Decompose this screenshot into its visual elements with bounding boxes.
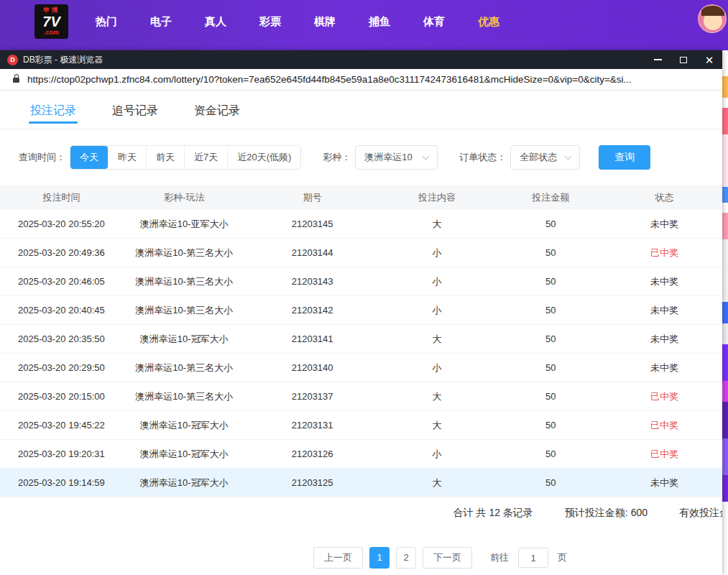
table-cell: 2025-03-20 20:49:36 [0,247,123,258]
logo-text-sub: .com [44,29,59,36]
lottery-select[interactable]: 澳洲幸运10 [355,145,438,170]
order-status-select[interactable]: 全部状态 [510,145,580,170]
table-cell: 小 [379,304,495,317]
tab-item[interactable]: 追号记录 [112,104,158,129]
window-title: DB彩票 - 极速浏览器 [23,54,103,66]
table-cell: 21203143 [246,276,379,287]
table-cell: 2025-03-20 19:45:22 [0,420,123,431]
maximize-button[interactable] [671,50,696,69]
goto-page-input[interactable] [518,548,548,568]
chevron-down-icon [423,153,430,160]
table-cell: 大 [379,390,495,403]
table-cell: 澳洲幸运10-第三名大小 [123,247,246,259]
table-cell: 澳洲幸运10-第三名大小 [123,362,246,374]
table-cell: 未中奖 [607,362,722,374]
table-cell: 50 [494,477,607,488]
close-button[interactable]: ✕ [696,50,722,69]
summary-total: 合计 共 12 条记录 [453,507,533,520]
site-logo[interactable]: 申博 7V .com [34,4,68,39]
nav-item[interactable]: 彩票 [259,15,281,29]
lottery-filter-label: 彩种： [323,151,351,164]
table-cell: 小 [379,247,495,259]
table-cell: 21203131 [246,420,379,431]
topbar-nav: 热门电子真人彩票棋牌捕鱼体育优惠 [96,15,499,29]
table-cell: 21203126 [246,448,379,459]
table-cell: 小 [379,448,495,461]
table-header-row: 投注时间彩种-玩法期号投注内容投注金额状态 [0,185,722,210]
maximize-icon [680,57,687,63]
prev-page-button[interactable]: 上一页 [313,547,363,569]
status-filter-label: 订单状态： [459,151,506,164]
nav-item[interactable]: 热门 [96,15,117,29]
table-header-cell: 彩种-玩法 [123,191,246,204]
url-text[interactable]: https://ctop02pchwp1.zfnc84.com/lottery/… [27,74,632,85]
table-cell: 澳洲幸运10-第三名大小 [123,390,246,403]
table-cell: 大 [379,419,495,432]
table-cell: 50 [494,448,607,459]
table-header-cell: 投注内容 [379,191,495,204]
bet-record-table: 投注时间彩种-玩法期号投注内容投注金额状态 2025-03-20 20:55:2… [0,185,722,497]
table-cell: 大 [379,333,495,346]
table-cell: 未中奖 [607,304,722,317]
table-row[interactable]: 2025-03-20 20:46:05澳洲幸运10-第三名大小21203143小… [0,267,722,296]
logo-text-top: 申博 [44,7,60,14]
table-cell: 2025-03-20 20:29:50 [0,362,123,373]
window-controls: ✕ [645,50,722,69]
chevron-down-icon [565,153,572,160]
lock-icon [13,78,19,83]
nav-item[interactable]: 棋牌 [314,15,336,29]
record-tabs: 投注记录追号记录资金记录 [0,91,722,129]
table-row[interactable]: 2025-03-20 20:35:50澳洲幸运10-冠军大小21203141大5… [0,325,722,354]
tab-item[interactable]: 资金记录 [194,104,240,129]
time-option[interactable]: 今天 [70,146,108,169]
search-button[interactable]: 查询 [599,145,650,170]
nav-item[interactable]: 真人 [205,15,226,29]
table-row[interactable]: 2025-03-20 20:49:36澳洲幸运10-第三名大小21203144小… [0,239,722,267]
table-cell: 21203145 [246,218,379,229]
table-row[interactable]: 2025-03-20 20:15:00澳洲幸运10-第三名大小21203137大… [0,382,722,411]
page-button[interactable]: 1 [369,547,390,569]
table-cell: 2025-03-20 20:55:20 [0,218,123,229]
user-avatar[interactable] [698,4,727,33]
summary-row: 合计 共 12 条记录 预计投注金额: 600 有效投注金 [0,507,722,520]
table-cell: 50 [494,218,607,229]
table-cell: 小 [379,275,495,288]
nav-item[interactable]: 体育 [423,15,445,29]
table-row[interactable]: 2025-03-20 19:20:31澳洲幸运10-冠军大小21203126小5… [0,440,722,469]
filter-bar: 查询时间： 今天昨天前天近7天近20天(低频) 彩种： 澳洲幸运10 订单状态：… [19,145,722,170]
table-row[interactable]: 2025-03-20 20:55:20澳洲幸运10-亚军大小21203145大5… [0,210,722,239]
table-cell: 21203140 [246,362,379,373]
time-option[interactable]: 近7天 [184,146,227,169]
table-body: 2025-03-20 20:55:20澳洲幸运10-亚军大小21203145大5… [0,210,722,497]
table-cell: 未中奖 [607,218,722,231]
time-option[interactable]: 近20天(低频) [227,146,300,169]
table-row[interactable]: 2025-03-20 20:40:45澳洲幸运10-第三名大小21203142小… [0,296,722,325]
next-page-button[interactable]: 下一页 [423,547,472,569]
nav-item[interactable]: 电子 [150,15,172,29]
table-cell: 21203125 [246,477,379,488]
page-number-group: 12 [369,547,416,569]
background-page-strip [722,50,728,575]
table-row[interactable]: 2025-03-20 19:14:59澳洲幸运10-冠军大小21203125大5… [0,469,722,497]
table-cell: 50 [494,305,607,316]
avatar-hair [701,6,724,16]
table-row[interactable]: 2025-03-20 20:29:50澳洲幸运10-第三名大小21203140小… [0,354,722,382]
table-cell: 2025-03-20 19:14:59 [0,477,123,488]
table-cell: 50 [494,276,607,287]
table-cell: 21203141 [246,334,379,344]
table-cell: 50 [494,391,607,402]
minimize-button[interactable] [645,50,671,69]
table-cell: 未中奖 [607,333,722,346]
table-cell: 已中奖 [607,448,722,461]
close-icon: ✕ [705,55,714,65]
time-option[interactable]: 前天 [146,146,184,169]
nav-item[interactable]: 捕鱼 [369,15,390,29]
table-cell: 50 [494,420,607,431]
page-button[interactable]: 2 [396,547,416,569]
table-cell: 未中奖 [607,275,722,288]
time-option[interactable]: 昨天 [108,146,146,169]
tab-item[interactable]: 投注记录 [30,104,76,129]
table-row[interactable]: 2025-03-20 19:45:22澳洲幸运10-冠军大小21203131大5… [0,411,722,440]
table-cell: 2025-03-20 20:15:00 [0,391,123,402]
nav-item[interactable]: 优惠 [478,15,499,29]
